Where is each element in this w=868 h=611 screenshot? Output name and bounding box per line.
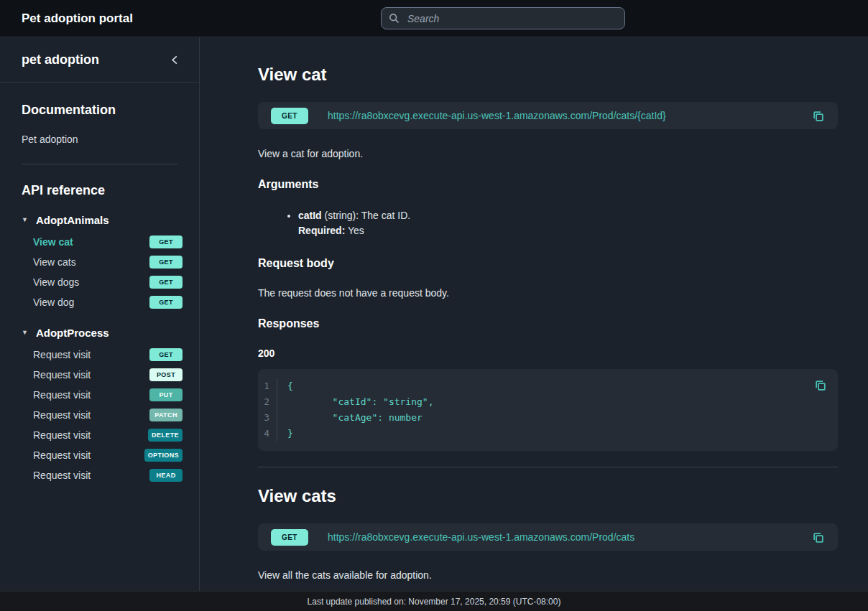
nav-label[interactable]: Request visit: [33, 470, 91, 481]
sidebar-body: Documentation Pet adoption API reference…: [0, 83, 199, 485]
endpoint-bar-view-cat: GET https://ra8obxcevg.execute-api.us-we…: [258, 102, 838, 129]
copy-icon: [813, 378, 827, 392]
sidebar-item-request-visit-get[interactable]: Request visit GET: [22, 345, 188, 365]
line-number: 1: [258, 378, 277, 394]
copy-icon: [811, 109, 825, 123]
caret-down-icon: ▼: [22, 330, 28, 336]
group-label: AdoptProcess: [36, 327, 109, 339]
code-line: 4}: [258, 426, 826, 442]
response-status-code: 200: [258, 348, 838, 359]
response-code-block: 1{ 2 "catId": "string", 3 "catAge": numb…: [258, 369, 838, 451]
copy-code-button[interactable]: [813, 378, 827, 392]
nav-label[interactable]: View cats: [33, 256, 76, 268]
method-badge: GET: [149, 276, 183, 289]
operation-divider: [258, 467, 838, 467]
top-bar: Pet adoption portal: [0, 0, 868, 37]
sidebar-item-request-visit-options[interactable]: Request visit OPTIONS: [22, 445, 188, 465]
sidebar-item-request-visit-patch[interactable]: Request visit PATCH: [22, 405, 188, 425]
group-adopt-animals[interactable]: ▼ AdoptAnimals: [22, 214, 188, 226]
code-text: "catAge": number: [277, 410, 423, 426]
code-line: 2 "catId": "string",: [258, 394, 826, 410]
code-line: 1{: [258, 378, 826, 394]
endpoint-url-link[interactable]: https://ra8obxcevg.execute-api.us-west-1…: [328, 110, 666, 121]
copy-url-button[interactable]: [811, 531, 825, 544]
code-text: {: [277, 378, 293, 394]
argument-name: catId: [298, 210, 322, 221]
last-update-text: Last update published on: November 17, 2…: [308, 597, 561, 607]
code-text: }: [277, 426, 293, 442]
sidebar-item-request-visit-head[interactable]: Request visit HEAD: [22, 465, 188, 485]
method-badge: PUT: [149, 388, 183, 401]
sidebar-item-request-visit-put[interactable]: Request visit PUT: [22, 385, 188, 405]
nav-label[interactable]: Request visit: [33, 449, 91, 461]
line-number: 3: [258, 410, 277, 426]
app-window: Pet adoption portal pet adoption Documen…: [0, 0, 868, 611]
sidebar-item-request-visit-delete[interactable]: Request visit DELETE: [22, 425, 188, 445]
sidebar-item-request-visit-post[interactable]: Request visit POST: [22, 365, 188, 385]
nav-label[interactable]: View cat: [33, 236, 73, 248]
argument-required-value: Yes: [348, 225, 364, 236]
api-reference-heading: API reference: [22, 183, 188, 198]
sidebar-title: pet adoption: [22, 52, 99, 67]
nav-label[interactable]: View dogs: [33, 276, 79, 288]
nav-label[interactable]: Request visit: [33, 389, 91, 401]
argument-item: catId (string): The cat ID. Required: Ye…: [298, 208, 838, 238]
operation-title-view-cats: View cats: [258, 486, 838, 506]
copy-icon: [811, 531, 825, 544]
search-box[interactable]: [381, 7, 625, 29]
nav-label[interactable]: Request visit: [33, 429, 91, 441]
group-adopt-process[interactable]: ▼ AdoptProcess: [22, 327, 188, 339]
nav-label[interactable]: View dog: [33, 297, 74, 308]
caret-down-icon: ▼: [22, 217, 28, 223]
argument-desc: (string): The cat ID.: [322, 210, 410, 221]
copy-url-button[interactable]: [811, 109, 825, 123]
sidebar-item-view-cats[interactable]: View cats GET: [22, 252, 188, 272]
request-body-text: The request does not have a request body…: [258, 287, 838, 299]
documentation-heading: Documentation: [22, 103, 188, 118]
method-badge: POST: [149, 368, 183, 381]
group-label: AdoptAnimals: [36, 214, 109, 226]
method-badge: GET: [271, 108, 308, 124]
nav-label[interactable]: Request visit: [33, 349, 91, 360]
line-number: 4: [258, 426, 277, 442]
operation-description: View all the cats available for adoption…: [258, 569, 838, 581]
search-input[interactable]: [406, 12, 617, 25]
responses-heading: Responses: [258, 317, 838, 330]
main-content: View cat GET https://ra8obxcevg.execute-…: [200, 37, 868, 591]
nav-label[interactable]: Request visit: [33, 369, 91, 381]
method-badge: GET: [149, 296, 183, 309]
request-body-heading: Request body: [258, 257, 838, 270]
sidebar-item-view-cat[interactable]: View cat GET: [22, 232, 188, 252]
arguments-list: catId (string): The cat ID. Required: Ye…: [258, 208, 838, 238]
collapse-sidebar-button[interactable]: [168, 53, 182, 67]
method-badge: GET: [271, 529, 308, 546]
endpoint-url-link[interactable]: https://ra8obxcevg.execute-api.us-west-1…: [328, 531, 634, 543]
sidebar-header: pet adoption: [0, 37, 199, 83]
endpoint-bar-view-cats: GET https://ra8obxcevg.execute-api.us-we…: [258, 523, 838, 551]
search-icon: [389, 13, 400, 24]
method-badge: GET: [149, 256, 183, 269]
method-badge: OPTIONS: [144, 449, 183, 462]
operation-title-view-cat: View cat: [258, 65, 838, 85]
sidebar-item-view-dog[interactable]: View dog GET: [22, 292, 188, 312]
code-text: "catId": "string",: [277, 394, 434, 410]
content-shell: pet adoption Documentation Pet adoption …: [0, 37, 868, 591]
sidebar-item-pet-adoption[interactable]: Pet adoption: [22, 134, 188, 145]
method-badge: HEAD: [149, 469, 183, 482]
sidebar-item-view-dogs[interactable]: View dogs GET: [22, 272, 188, 292]
footer-bar: Last update published on: November 17, 2…: [0, 591, 868, 611]
sidebar-divider: [22, 164, 177, 164]
code-line: 3 "catAge": number: [258, 410, 826, 426]
chevron-left-icon: [170, 55, 180, 65]
sidebar: pet adoption Documentation Pet adoption …: [0, 37, 200, 591]
arguments-heading: Arguments: [258, 178, 838, 191]
method-badge: PATCH: [149, 409, 183, 421]
line-number: 2: [258, 394, 277, 410]
nav-label[interactable]: Request visit: [33, 409, 91, 421]
argument-required-label: Required:: [298, 225, 345, 236]
app-title: Pet adoption portal: [22, 11, 133, 26]
method-badge: GET: [149, 235, 183, 248]
method-badge: DELETE: [148, 429, 183, 442]
operation-description: View a cat for adoption.: [258, 148, 838, 159]
method-badge: GET: [149, 348, 183, 361]
